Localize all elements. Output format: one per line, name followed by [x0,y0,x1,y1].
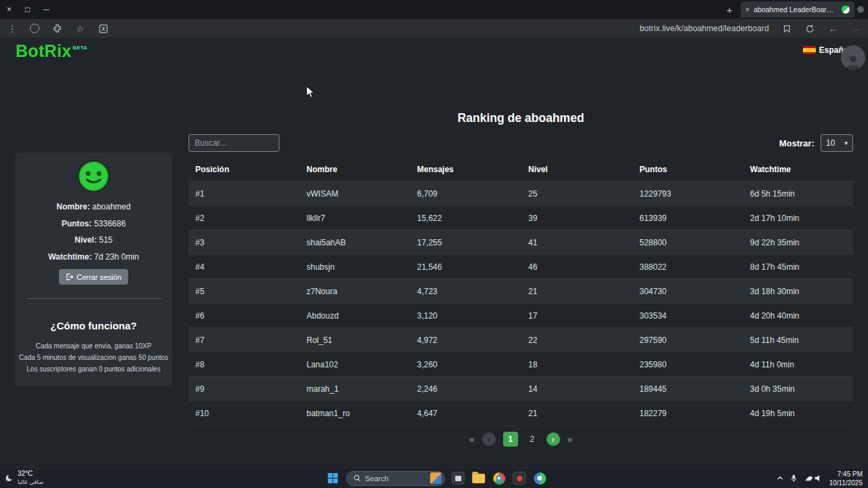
cell-messages: 4,647 [417,409,528,418]
cell-name: Abdouzd [307,311,417,321]
page-size-control: Mostrar: 10 ▾ [779,134,853,152]
cell-level: 14 [528,384,639,394]
cell-points: 303534 [639,311,750,321]
cell-watchtime: 6d 5h 15min [750,189,853,199]
browser-tab[interactable]: × aboahmed LeaderBoard | The [741,1,854,18]
botrix-logo[interactable]: BotRix [16,41,71,60]
header-nombre: Nombre [307,165,417,174]
new-tab-button[interactable]: + [718,4,741,16]
points-label: Puntos: [62,219,92,228]
window-close-button[interactable]: × [7,5,12,14]
toolbar-extra-icon[interactable] [781,23,792,34]
window-minimize-button[interactable]: ─ [43,5,50,14]
level-value: 515 [99,235,113,245]
header-mensajes: Mensajes [417,165,528,174]
table-body: #1vWISAM6,7092512297936d 5h 15min #2llkl… [189,181,853,426]
cell-level: 21 [528,409,639,418]
table-row[interactable]: #9marah_12,246141894453d 0h 35min [189,376,853,401]
cell-points: 297590 [639,336,750,345]
browser-titlebar: × □ ─ + × aboahmed LeaderBoard | The [0,0,868,19]
browser-toolbar: ⋮ ☆ botrix.live/k/aboahmed/leaderboard ←… [0,19,868,38]
url-text[interactable]: botrix.live/k/aboahmed/leaderboard [639,24,769,33]
cell-name: llkllr7 [307,214,417,223]
cell-level: 41 [528,238,639,247]
taskbar-app-red-icon[interactable] [512,471,526,485]
points-value: 5336686 [94,219,126,228]
chrome-icon[interactable] [492,471,506,485]
table-row[interactable]: #1vWISAM6,7092512297936d 5h 15min [189,181,853,205]
cell-points: 1229793 [639,189,750,199]
cell-level: 46 [528,262,639,272]
search-highlight-thumbnail [430,472,441,484]
pagination-next-button[interactable]: › [547,432,560,446]
pagination-page-2[interactable]: 2 [526,434,539,444]
forward-icon[interactable]: → [850,23,861,34]
watchtime-label: Watchtime: [48,252,92,262]
taskbar-clock[interactable]: 7:45 PM 10/11/2025 [829,470,863,487]
weather-desc: صافي غالبا [18,479,43,486]
pagination-first-icon[interactable]: « [469,434,475,445]
reload-icon[interactable] [804,23,815,34]
cell-position: #5 [195,287,307,296]
cell-messages: 4,723 [417,287,528,296]
profile-icon[interactable] [30,24,39,33]
page-size-select[interactable]: 10 ▾ [821,134,853,152]
network-volume-icons[interactable] [804,474,822,482]
extensions-icon[interactable] [52,23,62,34]
cell-messages: 3,260 [417,360,528,369]
pagination-page-1[interactable]: 1 [503,432,518,447]
taskbar-app-colorful-icon[interactable] [532,471,547,485]
table-row[interactable]: #8Lana1023,260182359804d 11h 0min [189,352,853,376]
cell-name: shai5ahAB [307,238,417,247]
table-row[interactable]: #3shai5ahAB17,255415288009d 22h 35min [189,230,853,254]
microphone-icon[interactable] [791,474,797,483]
taskbar-app-window-icon[interactable] [451,471,465,485]
page-size-value: 10 [826,138,835,148]
pagination-last-icon[interactable]: » [568,434,573,445]
pagination-prev-button[interactable]: ‹ [482,432,496,446]
taskbar: 32°C صافي غالبا Search [0,468,868,488]
table-row[interactable]: #2llkllr715,622396139392d 17h 10min [189,205,853,230]
system-tray: 7:45 PM 10/11/2025 [777,468,863,488]
tray-chevron-up-icon[interactable] [777,476,783,481]
pagination: « ‹ 1 2 › » [189,426,853,453]
table-row[interactable]: #7Rol_514,972222975905d 11h 45min [189,327,853,352]
window-restore-button[interactable]: □ [25,5,30,14]
cell-position: #10 [195,409,307,418]
spain-flag-icon [803,46,816,54]
translate-icon[interactable] [98,23,108,34]
table-row[interactable]: #6Abdouzd3,120173035344d 20h 40min [189,303,853,327]
table-row[interactable]: #4shubsjn21,546463880228d 17h 45min [189,254,853,279]
profile-card: Nombre: aboahmed Puntos: 5336686 Nivel: … [15,152,172,386]
logout-button[interactable]: Cerrar sesión [59,269,128,285]
name-value: aboahmed [92,202,131,211]
bookmark-star-icon[interactable]: ☆ [75,23,85,34]
taskbar-weather-widget[interactable]: 32°C صافي غالبا [5,470,43,485]
cell-level: 39 [528,214,639,223]
tab-close-icon[interactable]: × [745,5,749,14]
cell-messages: 4,972 [417,336,528,345]
cell-watchtime: 5d 11h 45min [750,336,853,345]
cell-position: #3 [195,238,307,247]
start-button[interactable] [326,471,340,485]
back-icon[interactable]: ← [827,23,838,34]
search-input[interactable] [189,134,279,152]
profile-watchtime-line: Watchtime: 7d 23h 0min [15,252,172,262]
table-row[interactable]: #5z7Noura4,723213047303d 18h 30min [189,279,853,303]
titlebar-extra-icon[interactable] [857,6,864,13]
user-avatar[interactable] [841,45,865,70]
cell-position: #7 [195,336,307,345]
cell-level: 21 [528,287,639,296]
header-watchtime: Watchtime [750,165,853,174]
file-explorer-icon[interactable] [471,471,486,485]
taskbar-search-box[interactable]: Search [346,471,445,486]
cell-level: 18 [528,360,639,369]
clock-time: 7:45 PM [837,470,863,479]
cell-watchtime: 3d 18h 30min [750,287,853,296]
profile-level-line: Nivel: 515 [15,235,172,245]
profile-name-line: Nombre: aboahmed [15,202,172,211]
cell-points: 235980 [639,360,750,369]
menu-kebab-icon[interactable]: ⋮ [7,23,18,34]
logo-wrap: BotRixBETA [16,41,86,61]
table-row[interactable]: #10batman1_ro4,647211822794d 19h 5min [189,401,853,425]
